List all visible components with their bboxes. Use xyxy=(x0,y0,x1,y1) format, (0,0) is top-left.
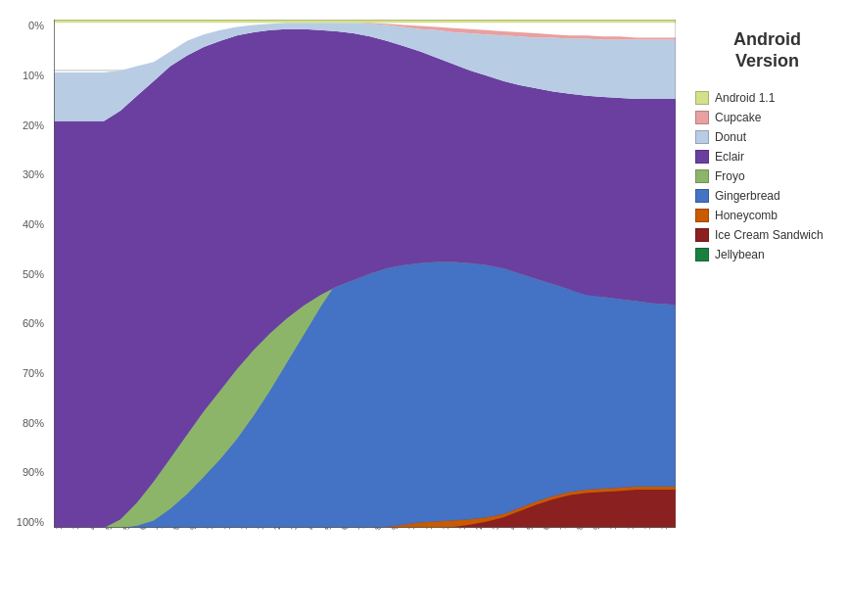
x-axis: 12/14/20091/4/20104/12/20105/3/20105/17/… xyxy=(54,528,676,611)
x-label: 5/3/2010 xyxy=(104,528,114,530)
legend-label-gingerbread: Gingerbread xyxy=(715,189,780,203)
x-label: 7/2/2012 xyxy=(558,528,568,530)
legend-label-jellybean: Jellybean xyxy=(715,248,765,261)
legend-item-froyo: Froyo xyxy=(695,169,839,183)
x-label: 9/20/2011 xyxy=(390,528,400,530)
x-label: 7/5/2011 xyxy=(356,528,366,530)
x-label: 10/1/2012 xyxy=(608,528,618,530)
chart-area: 100% 90% 80% 70% 60% 50% 40% 30% 20% 10%… xyxy=(0,10,685,616)
y-label: 70% xyxy=(23,367,44,379)
x-label: 1/2/2011 xyxy=(256,528,265,530)
legend-item-eclair: Eclair xyxy=(695,150,839,164)
x-label: 3/5/2012 xyxy=(491,528,500,530)
legend-item-donut: Donut xyxy=(695,130,839,144)
legend-label-ics: Ice Cream Sandwich xyxy=(715,228,824,242)
x-label: 12/14/2009 xyxy=(54,528,64,530)
y-axis: 100% 90% 80% 70% 60% 50% 40% 30% 20% 10%… xyxy=(0,20,49,528)
x-label: 10/3/2011 xyxy=(406,528,416,530)
x-label: 4/12/2010 xyxy=(87,528,97,530)
x-label: 12/3/2012 xyxy=(642,528,652,530)
x-label: 2/1/2012 xyxy=(474,528,484,530)
x-label: 8/1/2011 xyxy=(373,528,383,530)
y-label: 80% xyxy=(23,417,44,429)
x-label: 2/2/2011 xyxy=(272,528,282,530)
x-label: 1/4/2010 xyxy=(71,528,80,530)
legend-label-froyo: Froyo xyxy=(715,169,745,183)
legend-title: AndroidVersion xyxy=(695,29,839,71)
legend-color-cupcake xyxy=(695,111,709,124)
x-label: 8/1/2012 xyxy=(575,528,585,530)
x-label: 9/1/2010 xyxy=(188,528,198,530)
x-label: 7/1/2010 xyxy=(155,528,165,530)
legend-label-android11: Android 1.1 xyxy=(715,91,775,105)
legend-color-jellybean xyxy=(695,248,709,261)
legend-label-cupcake: Cupcake xyxy=(715,111,761,124)
x-label: 11/1/2012 xyxy=(626,528,636,530)
legend-color-android11 xyxy=(695,91,709,105)
x-label: 1/4/2012 xyxy=(457,528,467,530)
y-label: 90% xyxy=(23,466,44,478)
legend-item-gingerbread: Gingerbread xyxy=(695,189,839,203)
y-label: 20% xyxy=(23,119,44,131)
x-label: 4/1/2011 xyxy=(306,528,315,530)
x-label: 12/1/2010 xyxy=(239,528,249,530)
x-label: 6/1/2011 xyxy=(340,528,350,530)
chart-svg-wrapper-2 xyxy=(54,20,676,528)
y-label: 100% xyxy=(17,516,44,528)
legend-item-jellybean: Jellybean xyxy=(695,248,839,261)
legend-color-ics xyxy=(695,228,709,242)
legend-color-froyo xyxy=(695,169,709,183)
y-label: 10% xyxy=(23,70,44,81)
y-label: 30% xyxy=(23,168,44,180)
legend: AndroidVersion Android 1.1 Cupcake Donut… xyxy=(685,10,849,616)
legend-items: Android 1.1 Cupcake Donut Eclair Froyo G… xyxy=(695,91,839,261)
y-label: 40% xyxy=(23,218,44,230)
legend-color-eclair xyxy=(695,150,709,164)
legend-label-donut: Donut xyxy=(715,130,746,144)
x-label: 9/4/2012 xyxy=(591,528,601,530)
y-label: 60% xyxy=(23,317,44,329)
y-label: 50% xyxy=(23,268,44,280)
legend-color-honeycomb xyxy=(695,209,709,222)
legend-label-eclair: Eclair xyxy=(715,150,744,164)
legend-item-android11: Android 1.1 xyxy=(695,91,839,105)
legend-item-cupcake: Cupcake xyxy=(695,111,839,124)
legend-color-donut xyxy=(695,130,709,144)
x-label: 6/1/2012 xyxy=(542,528,551,530)
x-label: 4/2/2012 xyxy=(507,528,517,530)
legend-color-gingerbread xyxy=(695,189,709,203)
android11-area xyxy=(54,20,676,23)
x-label: 3/15/2011 xyxy=(289,528,299,530)
legend-item-honeycomb: Honeycomb xyxy=(695,209,839,222)
x-label: 5/17/2010 xyxy=(121,528,131,530)
legend-label-honeycomb: Honeycomb xyxy=(715,209,778,222)
y-label: 0% xyxy=(28,20,44,31)
x-labels-container: 12/14/20091/4/20104/12/20105/3/20105/17/… xyxy=(54,528,676,611)
x-label: 6/16/2010 xyxy=(138,528,148,530)
main-chart-svg xyxy=(54,20,676,528)
x-label: 11/1/2011 xyxy=(424,528,434,530)
x-label: 8/1/2010 xyxy=(171,528,181,530)
chart-container: 100% 90% 80% 70% 60% 50% 40% 30% 20% 10%… xyxy=(0,0,849,616)
legend-item-ics: Ice Cream Sandwich xyxy=(695,228,839,242)
x-label: 11/1/2010 xyxy=(222,528,232,530)
x-label: 5/2/2011 xyxy=(323,528,333,530)
x-label: 10/1/2010 xyxy=(205,528,214,530)
x-label: 1/3/2013 xyxy=(659,528,669,530)
x-label: 5/1/2012 xyxy=(525,528,535,530)
x-label: 12/1/2011 xyxy=(441,528,450,530)
